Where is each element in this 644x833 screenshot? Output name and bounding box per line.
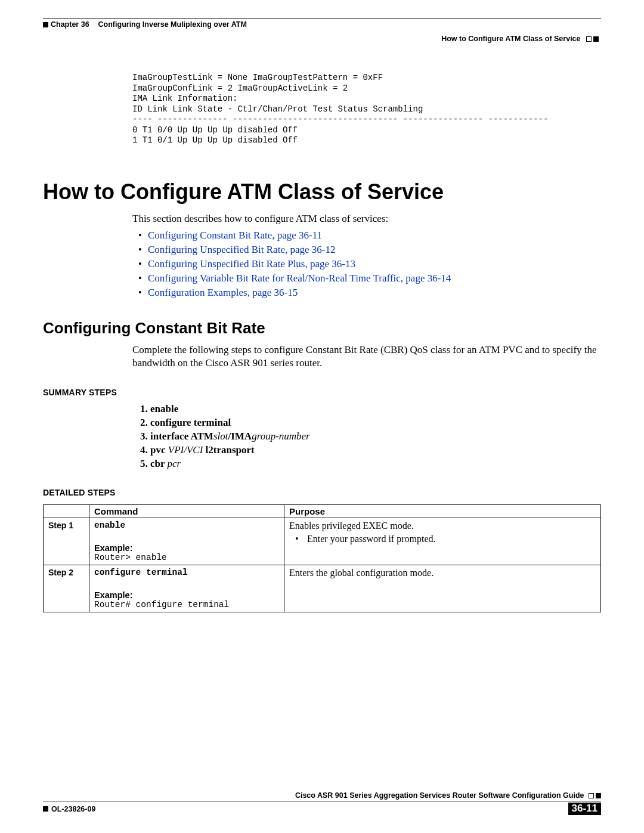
purpose-cell: Enables privileged EXEC mode. Enter your… xyxy=(284,518,601,565)
purpose-main: Enables privileged EXEC mode. xyxy=(289,521,596,531)
square-icon xyxy=(43,22,48,27)
example-label: Example: xyxy=(94,543,279,553)
chapter-line: Chapter 36 Configuring Inverse Muliplexi… xyxy=(43,20,601,29)
square-icon xyxy=(43,806,48,812)
section-title: How to Configure ATM Class of Service xyxy=(441,35,580,43)
guide-title: Cisco ASR 901 Series Aggregation Service… xyxy=(295,791,584,800)
doc-id: OL-23826-09 xyxy=(43,805,95,813)
example-code: Router# configure terminal xyxy=(94,600,279,609)
xref-link[interactable]: Configuring Constant Bit Rate, page 36-1… xyxy=(148,230,322,241)
xref-link[interactable]: Configuring Unspecified Bit Rate Plus, p… xyxy=(148,258,355,270)
step-number: Step 1 xyxy=(44,518,89,565)
chapter-title: Configuring Inverse Muliplexing over ATM xyxy=(98,20,247,29)
page-number: 36-11 xyxy=(568,803,601,815)
square-outline-icon xyxy=(586,36,592,42)
command-text: configure terminal xyxy=(94,568,279,577)
terminal-output: ImaGroupTestLink = None ImaGroupTestPatt… xyxy=(132,73,601,146)
table-header-row: Command Purpose xyxy=(44,504,601,518)
list-item: Configuring Variable Bit Rate for Real/N… xyxy=(132,272,601,284)
summary-step: configure terminal xyxy=(150,417,601,429)
list-item: Configuring Unspecified Bit Rate, page 3… xyxy=(132,244,601,256)
guide-title-line: Cisco ASR 901 Series Aggregation Service… xyxy=(43,791,601,801)
page: Chapter 36 Configuring Inverse Muliplexi… xyxy=(0,0,644,833)
summary-step: enable xyxy=(150,403,601,415)
table-row: Step 2 configure terminal Example: Route… xyxy=(44,565,601,612)
xref-link[interactable]: Configuring Unspecified Bit Rate, page 3… xyxy=(148,244,335,255)
summary-steps-list: enable configure terminal interface ATMs… xyxy=(132,403,601,470)
section-heading: Configuring Constant Bit Rate xyxy=(43,319,601,337)
example-code: Router> enable xyxy=(94,553,279,562)
purpose-main: Enters the global configuration mode. xyxy=(289,568,596,578)
summary-step: pvc VPI/VCI l2transport xyxy=(150,444,601,456)
xref-link[interactable]: Configuration Examples, page 36-15 xyxy=(148,287,298,298)
summary-step: interface ATMslot/IMAgroup-number xyxy=(150,431,601,442)
command-text: enable xyxy=(94,521,279,530)
detailed-steps-heading: DETAILED STEPS xyxy=(43,488,601,497)
summary-steps-heading: SUMMARY STEPS xyxy=(43,388,601,397)
doc-id-text: OL-23826-09 xyxy=(51,805,95,813)
list-item: Configuration Examples, page 36-15 xyxy=(132,287,601,299)
summary-step: cbr pcr xyxy=(150,458,601,470)
section-line: How to Configure ATM Class of Service xyxy=(43,35,601,43)
intro-paragraph: This section describes how to configure … xyxy=(132,213,601,225)
example-label: Example: xyxy=(94,590,279,600)
chapter-label: Chapter 36 xyxy=(51,20,89,29)
square-icon xyxy=(593,36,599,42)
page-title: How to Configure ATM Class of Service xyxy=(43,179,601,205)
col-command: Command xyxy=(89,504,284,518)
xref-link[interactable]: Configuring Variable Bit Rate for Real/N… xyxy=(148,272,451,284)
list-item: Configuring Constant Bit Rate, page 36-1… xyxy=(132,230,601,241)
col-purpose: Purpose xyxy=(284,504,601,518)
table-row: Step 1 enable Example: Router> enable En… xyxy=(44,518,601,565)
square-outline-icon xyxy=(589,793,594,798)
xref-list: Configuring Constant Bit Rate, page 36-1… xyxy=(132,230,601,299)
col-step xyxy=(44,504,89,518)
purpose-bullet: Enter your password if prompted. xyxy=(307,534,596,544)
detailed-steps-table: Command Purpose Step 1 enable Example: R… xyxy=(43,504,601,612)
running-header: Chapter 36 Configuring Inverse Muliplexi… xyxy=(43,18,601,29)
command-cell: configure terminal Example: Router# conf… xyxy=(89,565,284,612)
square-icon xyxy=(596,793,601,798)
page-footer: Cisco ASR 901 Series Aggregation Service… xyxy=(43,791,601,815)
command-cell: enable Example: Router> enable xyxy=(89,518,284,565)
list-item: Configuring Unspecified Bit Rate Plus, p… xyxy=(132,258,601,270)
purpose-cell: Enters the global configuration mode. xyxy=(284,565,601,612)
step-number: Step 2 xyxy=(44,565,89,612)
section-paragraph: Complete the following steps to configur… xyxy=(132,343,601,370)
